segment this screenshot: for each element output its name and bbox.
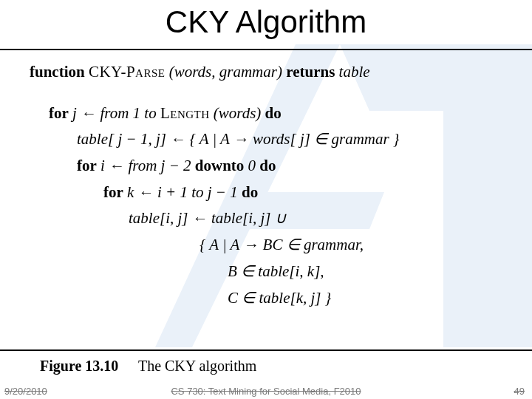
returns-val: table — [339, 63, 370, 81]
for2-body: i ← from j − 2 — [100, 157, 195, 174]
slide: CKY Algorithm function CKY-Parse (words,… — [0, 0, 532, 399]
kw-for2: for — [77, 157, 97, 174]
for-j-loop: for j ← from 1 to Length (words) do — [30, 100, 510, 127]
for-i-loop: for i ← from j − 2 downto 0 do — [30, 153, 510, 180]
fn-name: CKY-Parse — [89, 63, 166, 81]
divider-top — [0, 49, 532, 50]
set-line-3: C ∈ table[k, j] } — [30, 285, 510, 312]
kw-do: do — [265, 104, 282, 122]
fn-args: (words, grammar) — [169, 63, 282, 81]
set-line-1: { A | A → BC ∈ grammar, — [30, 232, 510, 259]
kw-for: for — [49, 104, 69, 122]
kw-returns: returns — [286, 63, 335, 81]
figure-caption: Figure 13.10 The CKY algorithm — [40, 358, 256, 375]
for1-body: j ← from 1 to — [72, 104, 160, 122]
for3-body: k ← i + 1 to j − 1 — [127, 183, 242, 201]
kw-downto: downto — [195, 157, 245, 174]
footer-page: 49 — [514, 386, 525, 397]
footer: 9/20/2010 CS 730: Text Mining for Social… — [0, 380, 532, 399]
assign-lexical: table[ j − 1, j] ← { A | A → words[ j] ∈… — [30, 126, 510, 153]
kw-do2: do — [259, 157, 276, 174]
kw-function: function — [30, 63, 85, 81]
figure-number: Figure 13.10 — [40, 358, 118, 374]
for1-tail: (words) — [214, 104, 265, 122]
set-line-2: B ∈ table[i, k], — [30, 259, 510, 285]
for2-tail: 0 — [248, 157, 260, 174]
for-k-loop: for k ← i + 1 to j − 1 do — [30, 180, 510, 206]
divider-bottom — [0, 349, 532, 351]
algorithm-body: function CKY-Parse (words, grammar) retu… — [30, 59, 510, 311]
kw-for3: for — [103, 183, 123, 201]
fn-signature: function CKY-Parse (words, grammar) retu… — [30, 59, 510, 86]
page-title: CKY Algorithm — [0, 4, 532, 40]
figure-text: The CKY algorithm — [138, 358, 256, 374]
length-fn: Length — [160, 104, 210, 122]
footer-course: CS 730: Text Mining for Social Media, F2… — [0, 386, 532, 397]
kw-do3: do — [242, 183, 258, 201]
assign-union: table[i, j] ← table[i, j] ∪ — [30, 205, 510, 232]
